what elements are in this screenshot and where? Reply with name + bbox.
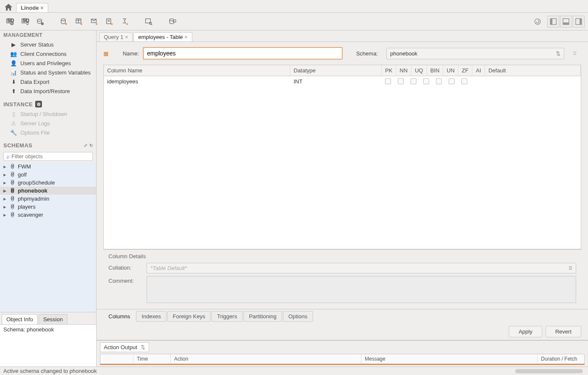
connection-tab[interactable]: Linode × [16,3,48,12]
search-table-icon[interactable] [142,15,155,28]
chevron-updown-icon: ⇅ [568,265,572,271]
instance-settings-icon[interactable]: ⚙ [35,101,42,108]
sidebar-item-client-connections[interactable]: 👥Client Connections [0,49,96,58]
output-header-action[interactable]: Action [171,354,361,364]
schema-players[interactable]: ▸🛢players [0,203,96,211]
col-header-un[interactable]: UN [443,65,458,76]
search-icon: ⌕ [6,153,10,160]
svg-point-2 [11,22,14,25]
schema-label: Schema: [351,50,378,57]
col-header-pk[interactable]: PK [382,65,396,76]
schema-golf[interactable]: ▸🛢golf [0,171,96,179]
close-icon[interactable]: × [41,5,44,11]
database-icon: 🛢 [9,172,15,178]
svg-point-18 [169,19,174,21]
schema-fwm[interactable]: ▸🛢FWM [0,163,96,171]
sidebar-item-options-file[interactable]: 🔧Options File [0,128,96,137]
uq-checkbox[interactable] [410,78,416,84]
tab-columns[interactable]: Columns [103,311,135,322]
tab-query1[interactable]: Query 1× [99,32,133,41]
sidebar-item-data-export[interactable]: ⬇Data Export [0,77,96,86]
tab-options[interactable]: Options [283,311,313,322]
panel-bottom-icon[interactable] [560,16,572,28]
sidebar-item-data-import[interactable]: ⬆Data Import/Restore [0,86,96,96]
new-function-icon[interactable] [119,15,131,28]
database-icon: 🛢 [9,188,15,194]
output-type-select[interactable]: Action Output ⇅ [100,342,149,352]
filter-objects-input[interactable]: ⌕ [3,152,93,161]
ai-checkbox[interactable] [461,78,467,84]
schema-phonebook[interactable]: ▸🛢phonebook [0,187,96,195]
un-checkbox[interactable] [436,78,442,84]
new-sql-tab-icon[interactable]: SQL [3,15,16,28]
sidebar-item-users[interactable]: 👤Users and Privileges [0,58,96,68]
col-header-name[interactable]: Column Name [104,65,290,76]
object-info-tab[interactable]: Object Info [2,314,38,324]
chevron-right-icon: ▸ [3,188,7,194]
table-name-input[interactable] [143,47,342,59]
reconnect-icon[interactable] [166,15,179,28]
new-procedure-icon[interactable] [103,15,116,28]
chevron-right-icon: ▸ [3,204,7,210]
home-icon[interactable] [3,3,14,12]
apply-button[interactable]: Apply [509,326,542,337]
nn-checkbox[interactable] [398,78,404,84]
schema-select[interactable]: phonebook ⇅ [386,48,564,59]
col-header-bin[interactable]: BIN [427,65,444,76]
session-tab[interactable]: Session [39,314,67,324]
comment-textarea[interactable] [147,276,576,303]
sidebar-item-server-logs[interactable]: ⚠Server Logs [0,119,96,128]
tab-employees-table[interactable]: employees - Table× [133,32,192,41]
col-header-default[interactable]: Default [485,65,581,76]
svg-point-19 [535,19,540,24]
output-header-duration[interactable]: Duration / Fetch [538,354,584,364]
power-icon: ▯ [10,110,17,117]
sidebar-item-startup[interactable]: ▯Startup / Shutdown [0,109,96,119]
column-row[interactable]: idemployees INT [104,76,581,88]
connection-tab-label: Linode [21,5,39,11]
refresh-icon[interactable]: ↻ [89,143,93,148]
col-header-nn[interactable]: NN [396,65,411,76]
zf-checkbox[interactable] [449,78,455,84]
sidebar-item-server-status[interactable]: ▶Server Status [0,40,96,49]
expand-details-icon[interactable] [569,47,581,60]
export-icon: ⬇ [10,78,17,85]
column-details-title: Column Details [108,253,576,259]
schemas-header: SCHEMAS ⤢ ↻ [0,141,96,150]
horizontal-scrollbar[interactable] [515,369,583,373]
col-header-ai[interactable]: AI [472,65,485,76]
svg-rect-25 [580,19,582,25]
panel-left-icon[interactable] [547,16,559,28]
tab-triggers[interactable]: Triggers [211,311,242,322]
revert-button[interactable]: Revert [546,326,581,337]
panel-right-icon[interactable] [573,16,585,28]
svg-rect-21 [550,19,552,25]
instance-header: INSTANCE ⚙ [0,99,96,109]
new-schema-icon[interactable] [58,15,70,28]
col-header-uq[interactable]: UQ [411,65,427,76]
col-header-zf[interactable]: ZF [458,65,472,76]
schema-groupschedule[interactable]: ▸🛢groupSchedule [0,179,96,187]
new-table-icon[interactable] [73,15,86,28]
output-header-message[interactable]: Message [361,354,538,364]
col-header-type[interactable]: Datatype [290,65,382,76]
new-view-icon[interactable] [88,15,101,28]
database-icon: 🛢 [9,180,15,186]
update-icon[interactable] [531,15,544,28]
collation-select[interactable]: *Table Default* ⇅ [147,263,576,273]
schema-phpmyadmin[interactable]: ▸🛢phpmyadmin [0,195,96,203]
tab-partitioning[interactable]: Partitioning [244,311,282,322]
close-icon[interactable]: × [125,34,128,40]
tab-indexes[interactable]: Indexes [136,311,166,322]
sidebar-item-status-vars[interactable]: 📊Status and System Variables [0,68,96,77]
close-icon[interactable]: × [185,34,188,40]
open-sql-icon[interactable]: SQL [19,15,31,28]
bin-checkbox[interactable] [423,78,429,84]
schema-scavenger[interactable]: ▸🛢scavenger [0,211,96,219]
name-label: Name: [116,50,139,57]
tab-foreign-keys[interactable]: Foreign Keys [167,311,211,322]
pk-checkbox[interactable] [385,78,391,84]
output-header-time[interactable]: Time [133,354,171,364]
expand-icon[interactable]: ⤢ [84,143,88,148]
inspector-icon[interactable] [34,15,47,28]
